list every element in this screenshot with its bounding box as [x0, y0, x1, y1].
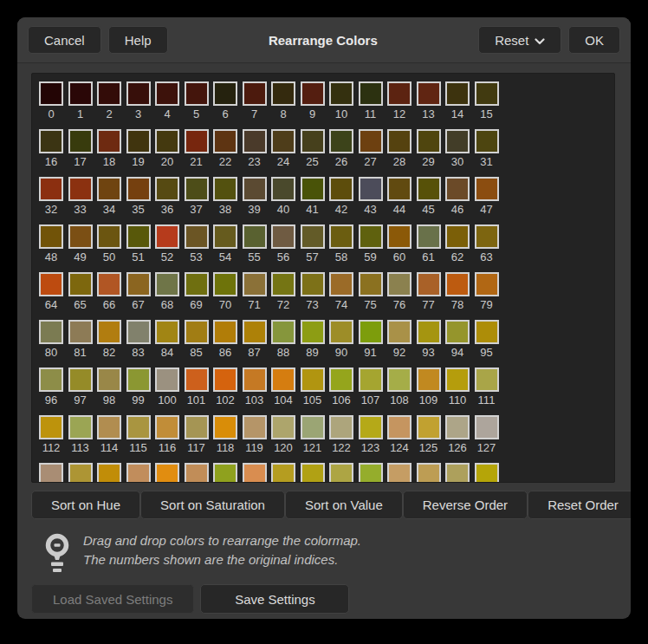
color-swatch[interactable] — [126, 272, 151, 296]
color-swatch[interactable] — [97, 224, 121, 249]
colormap-cell[interactable]: 6 — [213, 81, 237, 121]
colormap-cell[interactable]: 131 — [126, 463, 151, 483]
color-swatch[interactable] — [417, 368, 441, 392]
color-swatch[interactable] — [126, 177, 151, 201]
colormap-cell[interactable]: 31 — [475, 129, 499, 169]
color-swatch[interactable] — [329, 129, 353, 153]
colormap-cell[interactable]: 30 — [445, 129, 470, 169]
colormap-cell[interactable]: 29 — [417, 129, 441, 169]
colormap-cell[interactable]: 38 — [213, 177, 237, 217]
sort-on-saturation-button[interactable]: Sort on Saturation — [140, 491, 285, 519]
colormap-cell[interactable]: 51 — [126, 224, 151, 264]
color-swatch[interactable] — [475, 129, 499, 153]
color-swatch[interactable] — [445, 415, 470, 439]
colormap-cell[interactable]: 47 — [475, 177, 499, 217]
color-swatch[interactable] — [155, 129, 179, 153]
colormap-cell[interactable]: 55 — [243, 224, 267, 264]
colormap-cell[interactable]: 142 — [445, 463, 470, 483]
color-swatch[interactable] — [475, 224, 499, 249]
color-swatch[interactable] — [97, 415, 121, 439]
colormap-cell[interactable]: 101 — [185, 368, 209, 407]
color-swatch[interactable] — [185, 177, 209, 201]
color-swatch[interactable] — [301, 81, 325, 106]
color-swatch[interactable] — [68, 129, 93, 153]
colormap-cell[interactable]: 127 — [475, 415, 499, 455]
colormap-cell[interactable]: 76 — [387, 272, 411, 312]
colormap-cell[interactable]: 73 — [301, 272, 325, 312]
color-swatch[interactable] — [213, 177, 237, 201]
colormap-cell[interactable]: 138 — [329, 463, 353, 483]
colormap-cell[interactable]: 93 — [417, 320, 441, 360]
colormap-cell[interactable]: 116 — [155, 415, 179, 455]
colormap-cell[interactable]: 41 — [301, 177, 325, 217]
colormap-cell[interactable]: 120 — [271, 415, 295, 455]
color-swatch[interactable] — [359, 177, 383, 201]
color-swatch[interactable] — [68, 272, 93, 296]
colormap-cell[interactable]: 16 — [39, 129, 63, 169]
colormap-cell[interactable]: 82 — [97, 320, 121, 360]
colormap-cell[interactable]: 102 — [213, 368, 237, 407]
colormap-cell[interactable]: 72 — [271, 272, 295, 312]
colormap-cell[interactable]: 46 — [445, 177, 470, 217]
color-swatch[interactable] — [39, 81, 63, 106]
color-swatch[interactable] — [445, 177, 470, 201]
colormap-cell[interactable]: 143 — [475, 463, 499, 483]
colormap-cell[interactable]: 98 — [97, 368, 121, 407]
colormap-cell[interactable]: 26 — [329, 129, 353, 169]
color-swatch[interactable] — [155, 224, 179, 249]
colormap-cell[interactable]: 92 — [387, 320, 411, 360]
color-swatch[interactable] — [39, 129, 63, 153]
color-swatch[interactable] — [213, 463, 237, 483]
colormap-cell[interactable]: 133 — [185, 463, 209, 483]
colormap-cell[interactable]: 103 — [243, 368, 267, 407]
color-swatch[interactable] — [68, 463, 93, 483]
color-swatch[interactable] — [475, 272, 499, 296]
color-swatch[interactable] — [97, 368, 121, 392]
colormap-cell[interactable]: 62 — [445, 224, 470, 264]
color-swatch[interactable] — [417, 129, 441, 153]
color-swatch[interactable] — [359, 463, 383, 483]
color-swatch[interactable] — [126, 81, 151, 106]
colormap-cell[interactable]: 139 — [359, 463, 383, 483]
color-swatch[interactable] — [271, 81, 295, 106]
color-swatch[interactable] — [445, 320, 470, 344]
colormap-cell[interactable]: 71 — [243, 272, 267, 312]
color-swatch[interactable] — [68, 81, 93, 106]
colormap-cell[interactable]: 13 — [417, 81, 441, 121]
help-button[interactable]: Help — [108, 26, 168, 54]
color-swatch[interactable] — [155, 81, 179, 106]
color-swatch[interactable] — [475, 415, 499, 439]
color-swatch[interactable] — [329, 177, 353, 201]
color-swatch[interactable] — [359, 224, 383, 249]
color-swatch[interactable] — [301, 129, 325, 153]
color-swatch[interactable] — [417, 272, 441, 296]
color-swatch[interactable] — [243, 81, 267, 106]
color-swatch[interactable] — [329, 463, 353, 483]
color-swatch[interactable] — [185, 368, 209, 392]
color-swatch[interactable] — [329, 81, 353, 106]
reverse-order-button[interactable]: Reverse Order — [403, 491, 528, 519]
color-swatch[interactable] — [68, 415, 93, 439]
color-swatch[interactable] — [445, 272, 470, 296]
colormap-cell[interactable]: 108 — [387, 368, 411, 407]
color-swatch[interactable] — [417, 177, 441, 201]
color-swatch[interactable] — [243, 129, 267, 153]
colormap-cell[interactable]: 3 — [126, 81, 151, 121]
colormap-cell[interactable]: 63 — [475, 224, 499, 264]
colormap-cell[interactable]: 33 — [68, 177, 93, 217]
color-swatch[interactable] — [359, 368, 383, 392]
color-swatch[interactable] — [68, 177, 93, 201]
color-swatch[interactable] — [387, 320, 411, 344]
colormap-cell[interactable]: 123 — [359, 415, 383, 455]
colormap-cell[interactable]: 44 — [387, 177, 411, 217]
colormap-cell[interactable]: 50 — [97, 224, 121, 264]
color-swatch[interactable] — [301, 415, 325, 439]
colormap-cell[interactable]: 97 — [68, 368, 93, 407]
colormap-cell[interactable]: 128 — [39, 463, 63, 483]
save-settings-button[interactable]: Save Settings — [200, 584, 349, 614]
color-swatch[interactable] — [445, 224, 470, 249]
colormap-cell[interactable]: 141 — [417, 463, 441, 483]
color-swatch[interactable] — [417, 81, 441, 106]
colormap-cell[interactable]: 60 — [387, 224, 411, 264]
color-swatch[interactable] — [155, 463, 179, 483]
